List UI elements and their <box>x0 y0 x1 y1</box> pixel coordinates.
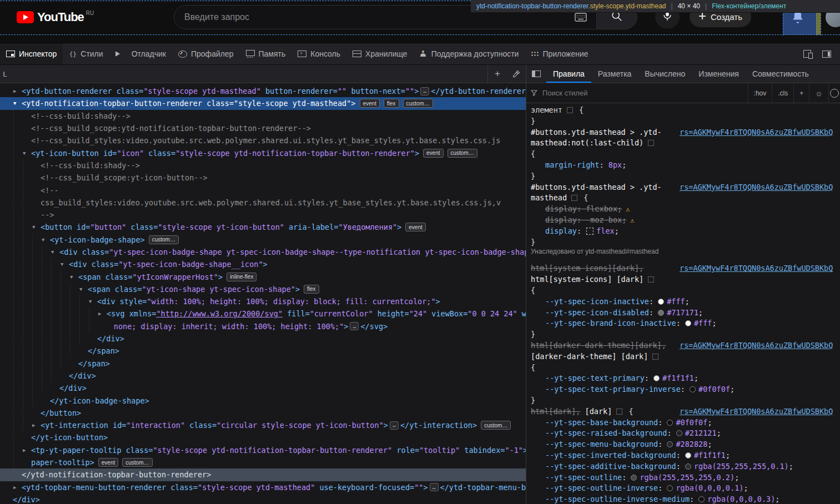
markup-line[interactable]: <!--css-build:shady--> <box>0 110 526 122</box>
property-value[interactable]: flexbox <box>586 204 617 213</box>
color-swatch[interactable] <box>676 430 682 436</box>
twisty-expanded-icon[interactable]: ▼ <box>51 249 59 255</box>
badge-event[interactable]: event <box>98 458 118 467</box>
three-pane-toggle[interactable] <box>526 65 546 83</box>
declaration[interactable]: --yt-spec-icon-disabled: #717171; <box>526 308 840 319</box>
markup-line[interactable]: ▼<div style="width: 100%; height: 100%; … <box>0 295 526 308</box>
twisty-expanded-icon[interactable]: ▼ <box>32 224 41 230</box>
declaration[interactable]: --yt-spec-text-primary: #f1f1f1; <box>526 373 840 384</box>
rule-selector-line[interactable]: html[system-icons] [dark] <box>526 274 840 285</box>
selector-text[interactable]: [dark] <box>580 407 612 416</box>
rule-selector-line[interactable]: html[darker-dark-theme][dark],rs=AGKMywF… <box>526 340 840 351</box>
selector-highlighter-icon[interactable] <box>648 276 654 283</box>
declaration[interactable]: --yt-spec-outline-inverse-medium: rgba(0… <box>526 494 840 504</box>
markup-line[interactable]: ▶<ytd-button-renderer class="style-scope… <box>0 85 526 97</box>
markup-line[interactable]: ▶<ytd-topbar-menu-button-renderer class=… <box>0 481 526 493</box>
class-panel-button[interactable]: .cls <box>772 83 793 103</box>
rule-selector-line[interactable]: #buttons.ytd-masthead > .ytd-rs=AGKMywF4… <box>526 127 840 138</box>
markup-line[interactable]: ▼<ytd-notification-topbar-button-rendere… <box>0 97 526 109</box>
property-name[interactable]: --yt-spec-text-primary-inverse <box>545 385 681 394</box>
selector-text[interactable]: html[dark], <box>531 407 580 416</box>
markup-line[interactable]: </yt-icon-badge-shape> <box>0 394 526 406</box>
rule-selector-line[interactable]: элемент { <box>526 105 840 116</box>
stylesheet-source-link[interactable]: rs=AGKMywF4r8TQQN0sA6zuZBfwUDSBKbQ <box>680 263 840 274</box>
badge-event[interactable]: event <box>360 99 380 108</box>
stylesheet-source-link[interactable]: rs=AGKMywF4r8TQQN0sA6zuZBfwUDSBKbQ <box>680 406 840 417</box>
declaration[interactable]: --yt-spec-text-primary-inverse: #0f0f0f; <box>526 384 840 395</box>
tab-accessibility[interactable]: Поддержка доступности <box>414 43 525 64</box>
markup-line[interactable]: ▼<div class="yt-spec-icon-badge-shape yt… <box>0 246 526 258</box>
markup-line[interactable]: ▼<yt-icon-button id="icon" class="style-… <box>0 147 526 159</box>
selector-highlighter-icon[interactable] <box>567 107 573 113</box>
markup-line[interactable]: <!-- <box>0 184 526 196</box>
color-swatch[interactable] <box>690 386 696 392</box>
markup-line[interactable]: ▼<button id="button" class="style-scope … <box>0 221 526 233</box>
rule-selector-line[interactable]: [darker-dark-theme] [dark] <box>526 351 840 362</box>
property-name[interactable]: display <box>545 215 577 224</box>
declaration[interactable]: --yt-spec-raised-background: #212121; <box>526 428 840 439</box>
declaration[interactable]: display: flex; <box>526 226 840 237</box>
markup-line[interactable]: <!--css_build_scope:ytd-notification-top… <box>0 122 526 134</box>
rule-selector-line[interactable]: #buttons.ytd-masthead > .ytd-rs=AGKMywF4… <box>526 182 840 193</box>
twisty-collapsed-icon[interactable]: ▶ <box>13 88 22 94</box>
property-value[interactable]: rgba(0,0,0,0.3) <box>707 495 775 503</box>
flexbox-toggle-icon[interactable] <box>586 228 593 235</box>
badge-custom[interactable]: custom… <box>481 421 511 430</box>
selector-text[interactable]: masthead <box>531 193 567 202</box>
badge-inline-flex[interactable]: inline-flex <box>227 273 256 281</box>
markup-line[interactable]: </yt-icon-button> <box>0 431 526 443</box>
property-name[interactable]: --yt-spec-outline <box>545 473 622 482</box>
markup-line[interactable]: </div> <box>0 382 526 394</box>
declaration[interactable]: --yt-spec-menu-background: #282828; <box>526 439 840 450</box>
markup-line[interactable]: ▼<yt-icon-badge-shape>custom… <box>0 234 526 246</box>
selector-text[interactable]: html[darker-dark-theme][dark], <box>531 341 666 350</box>
twisty-expanded-icon[interactable]: ▼ <box>61 261 69 267</box>
markup-line[interactable]: ▼<span class="ytIconWrapperHost">inline-… <box>0 270 526 283</box>
markup-line[interactable]: </span> <box>0 345 526 357</box>
property-name[interactable]: --yt-spec-outline-inverse-medium <box>545 495 690 503</box>
property-name[interactable]: --yt-spec-inverted-background <box>545 451 676 460</box>
rule-selector-line[interactable]: { <box>526 362 840 374</box>
declaration[interactable]: --yt-spec-inverted-background: #f1f1f1; <box>526 450 840 461</box>
declaration[interactable]: --yt-spec-base-background: #0f0f0f; <box>526 417 840 429</box>
stylesheet-source-link[interactable]: rs=AGKMywF4r8TQQN0sA6zuZBfwUDSBKbQ <box>680 340 840 351</box>
twisty-expanded-icon[interactable]: ▼ <box>79 286 88 292</box>
selector-text[interactable]: [darker-dark-theme] [dark] <box>531 352 648 361</box>
property-value[interactable]: -moz-box <box>586 215 622 224</box>
markup-line[interactable]: ▶<tp-yt-paper-tooltip class="style-scope… <box>0 444 526 456</box>
twisty-collapsed-icon[interactable]: ▶ <box>98 311 107 316</box>
twisty-collapsed-icon[interactable]: ▶ <box>32 422 41 428</box>
color-swatch[interactable] <box>667 420 673 426</box>
color-swatch[interactable] <box>631 475 637 481</box>
twisty-expanded-icon[interactable]: ▼ <box>13 100 22 106</box>
tab-inspector[interactable]: Инспектор <box>0 43 63 64</box>
markup-line[interactable]: ▼<div class="yt-spec-icon-badge-shape__i… <box>0 258 526 270</box>
markup-line[interactable]: <!--css_build_scope:yt-icon-button--> <box>0 172 526 184</box>
rule-selector-line[interactable]: html[dark], [dark] {rs=AGKMywF4r8TQQN0sA… <box>526 406 840 417</box>
collapsed-content-ellipsis[interactable]: … <box>350 322 359 330</box>
collapsed-content-ellipsis[interactable]: … <box>430 483 439 491</box>
markup-line[interactable]: </div> <box>0 493 526 504</box>
markup-line[interactable]: paper-tooltip>eventcustom… <box>0 456 526 468</box>
color-swatch[interactable] <box>685 452 691 458</box>
property-value[interactable]: rgba(255,255,255,0.1) <box>694 462 789 471</box>
keyboard-icon[interactable] <box>575 13 587 24</box>
rule-selector-line[interactable]: { <box>526 149 840 160</box>
color-swatch[interactable] <box>653 375 660 381</box>
twisty-collapsed-icon[interactable]: ▶ <box>23 447 31 453</box>
markup-line[interactable]: </button> <box>0 407 526 419</box>
property-value[interactable]: #fff <box>667 297 685 306</box>
selector-text[interactable]: #buttons.ytd-masthead > .ytd- <box>531 128 662 137</box>
style-filter-input[interactable] <box>541 88 743 98</box>
tab-profiler[interactable]: Профайлер <box>172 43 240 64</box>
markup-line[interactable]: <!--css_build_styles:video.youtube.src.w… <box>0 134 526 147</box>
markup-line[interactable]: ▶<yt-interaction id="interaction" class=… <box>0 419 526 431</box>
property-value[interactable]: #0f0f0f <box>676 418 707 427</box>
selector-text[interactable]: html[system-icons][dark], <box>531 264 643 273</box>
color-swatch[interactable] <box>658 299 664 305</box>
selector-highlighter-icon[interactable] <box>652 354 658 360</box>
add-rule-button[interactable]: + <box>793 83 809 103</box>
markup-line[interactable]: none; display: inherit; width: 100%; hei… <box>0 320 526 332</box>
selector-text[interactable]: html[system-icons] [dark] <box>531 275 643 284</box>
selector-text[interactable]: { <box>575 105 584 114</box>
